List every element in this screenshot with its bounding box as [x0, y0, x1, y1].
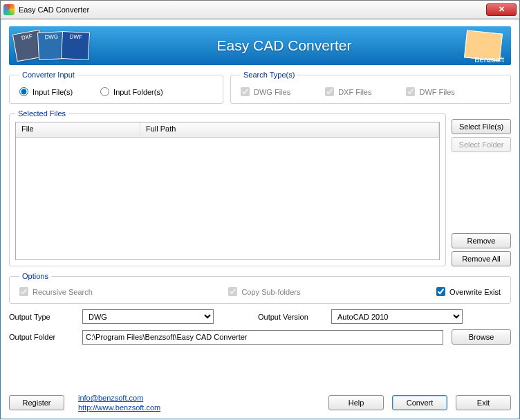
check-copy-sub: Copy Sub-folders: [228, 287, 300, 296]
brand-label: Benzsoft: [474, 55, 504, 64]
banner-title: Easy CAD Converter: [103, 37, 465, 54]
footer: Register info@benzsoft.com http://www.be…: [9, 391, 511, 412]
banner-thumbs: DXF DWG DWF: [19, 32, 89, 60]
check-dwf: DWF Files: [406, 87, 454, 96]
select-files-button[interactable]: Select File(s): [452, 119, 511, 134]
output-version-label: Output Version: [258, 313, 323, 321]
website-link[interactable]: http://www.benzsoft.com: [78, 403, 160, 412]
radio-input-folders[interactable]: Input Folder(s): [100, 87, 163, 96]
check-recursive-input: [19, 287, 28, 296]
output-type-label: Output Type: [9, 313, 74, 321]
app-icon: [3, 4, 15, 15]
files-table[interactable]: File Full Path: [15, 122, 440, 260]
converter-input-legend: Converter Input: [19, 71, 77, 79]
check-recursive: Recursive Search: [19, 287, 93, 296]
remove-button[interactable]: Remove: [452, 233, 511, 248]
radio-input-folders-input[interactable]: [100, 87, 109, 96]
close-button[interactable]: ✕: [486, 3, 517, 16]
side-buttons: Select File(s) Select Folder Remove Remo…: [452, 109, 511, 266]
check-dwg: DWG Files: [241, 87, 290, 96]
window-title: Easy CAD Converter: [19, 6, 486, 14]
browse-button[interactable]: Browse: [452, 329, 511, 345]
thumb-dwf: DWF: [61, 31, 90, 60]
search-types-legend: Search Type(s): [241, 71, 297, 79]
titlebar: Easy CAD Converter ✕: [0, 0, 520, 19]
radio-input-files-input[interactable]: [19, 87, 28, 96]
search-types-group: Search Type(s) DWG Files DXF Files DWF F…: [230, 71, 511, 104]
window-body: DXF DWG DWF Easy CAD Converter Benzsoft …: [0, 19, 520, 419]
remove-all-button[interactable]: Remove All: [452, 251, 511, 266]
table-header: File Full Path: [16, 122, 439, 138]
check-dxf: DXF Files: [325, 87, 371, 96]
selected-files-group: Selected Files File Full Path: [9, 109, 446, 266]
banner: DXF DWG DWF Easy CAD Converter Benzsoft: [9, 26, 511, 65]
exit-button[interactable]: Exit: [456, 395, 511, 410]
output-type-select[interactable]: DWG: [82, 309, 214, 324]
col-file[interactable]: File: [16, 122, 140, 137]
radio-input-files[interactable]: Input File(s): [19, 87, 73, 96]
col-path[interactable]: Full Path: [140, 122, 439, 137]
check-dwf-input: [406, 87, 415, 96]
converter-input-group: Converter Input Input File(s) Input Fold…: [9, 71, 223, 104]
output-folder-label: Output Folder: [9, 333, 74, 341]
check-copy-sub-input: [228, 287, 237, 296]
select-folder-button: Select Folder: [452, 137, 511, 152]
selected-files-legend: Selected Files: [15, 109, 68, 118]
output-version-select[interactable]: AutoCAD 2010: [331, 309, 463, 324]
options-legend: Options: [19, 272, 51, 280]
help-button[interactable]: Help: [328, 395, 384, 410]
convert-button[interactable]: Convert: [392, 395, 447, 410]
email-link[interactable]: info@benzsoft.com: [78, 394, 160, 402]
options-group: Options Recursive Search Copy Sub-folder…: [9, 272, 511, 304]
check-overwrite[interactable]: Overwrite Exist: [436, 287, 501, 296]
register-button[interactable]: Register: [9, 395, 64, 410]
check-overwrite-input[interactable]: [436, 287, 445, 296]
check-dxf-input: [325, 87, 334, 96]
check-dwg-input: [241, 87, 250, 96]
output-folder-input[interactable]: [82, 330, 443, 345]
